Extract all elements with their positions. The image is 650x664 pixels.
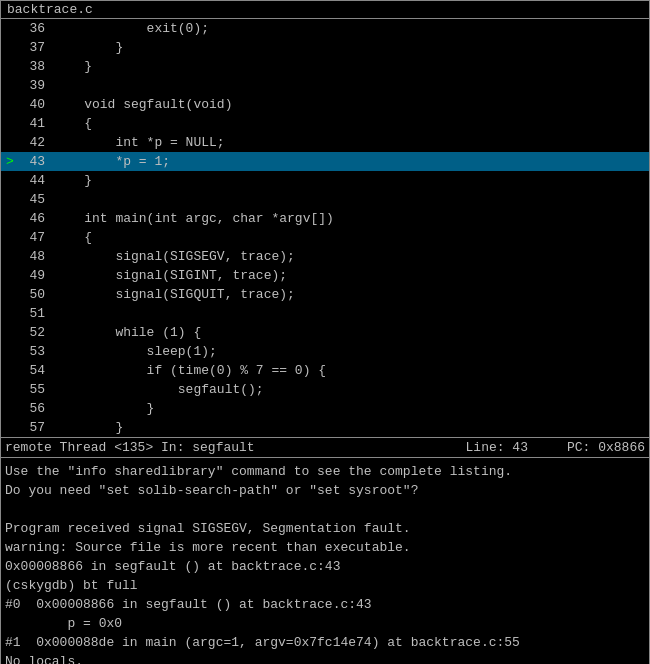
line-number: 42 — [17, 135, 53, 150]
code-panel: backtrace.c 36 exit(0);37 }38 }3940 void… — [0, 0, 650, 438]
code-line-52: 52 while (1) { — [1, 323, 649, 342]
code-line-48: 48 signal(SIGSEGV, trace); — [1, 247, 649, 266]
line-number: 51 — [17, 306, 53, 321]
line-code: void segfault(void) — [53, 97, 232, 112]
line-number: 40 — [17, 97, 53, 112]
code-line-53: 53 sleep(1); — [1, 342, 649, 361]
line-number: 46 — [17, 211, 53, 226]
code-line-37: 37 } — [1, 38, 649, 57]
line-code: { — [53, 230, 92, 245]
code-line-46: 46 int main(int argc, char *argv[]) — [1, 209, 649, 228]
line-arrow: > — [3, 154, 17, 169]
line-number: 41 — [17, 116, 53, 131]
line-code: *p = 1; — [53, 154, 170, 169]
line-number: 48 — [17, 249, 53, 264]
console-line: Do you need "set solib-search-path" or "… — [5, 483, 418, 498]
line-number: 37 — [17, 40, 53, 55]
status-bar: remote Thread <135> In: segfault Line: 4… — [0, 438, 650, 458]
code-line-38: 38 } — [1, 57, 649, 76]
code-line-49: 49 signal(SIGINT, trace); — [1, 266, 649, 285]
line-code: int *p = NULL; — [53, 135, 225, 150]
console-line: 0x00008866 in segfault () at backtrace.c… — [5, 559, 340, 574]
line-number: 45 — [17, 192, 53, 207]
console-line: Use the "info sharedlibrary" command to … — [5, 464, 512, 479]
line-code: } — [53, 401, 154, 416]
line-number: 49 — [17, 268, 53, 283]
line-number: 43 — [17, 154, 53, 169]
code-line-55: 55 segfault(); — [1, 380, 649, 399]
code-line-57: 57 } — [1, 418, 649, 437]
line-code: exit(0); — [53, 21, 209, 36]
line-code: segfault(); — [53, 382, 264, 397]
code-line-40: 40 void segfault(void) — [1, 95, 649, 114]
code-line-50: 50 signal(SIGQUIT, trace); — [1, 285, 649, 304]
code-line-36: 36 exit(0); — [1, 19, 649, 38]
code-line-41: 41 { — [1, 114, 649, 133]
line-code: { — [53, 116, 92, 131]
line-number: 52 — [17, 325, 53, 340]
line-code: signal(SIGQUIT, trace); — [53, 287, 295, 302]
line-code: } — [53, 59, 92, 74]
code-line-47: 47 { — [1, 228, 649, 247]
console-line: #0 0x00008866 in segfault () at backtrac… — [5, 597, 372, 612]
line-info: Line: 43 — [466, 440, 528, 455]
code-line-45: 45 — [1, 190, 649, 209]
line-number: 56 — [17, 401, 53, 416]
code-line-43: >43 *p = 1; — [1, 152, 649, 171]
line-number: 53 — [17, 344, 53, 359]
line-code: } — [53, 173, 92, 188]
filename-label: backtrace.c — [7, 2, 93, 17]
line-code: signal(SIGINT, trace); — [53, 268, 287, 283]
line-number: 36 — [17, 21, 53, 36]
main-window: backtrace.c 36 exit(0);37 }38 }3940 void… — [0, 0, 650, 664]
code-line-51: 51 — [1, 304, 649, 323]
code-line-39: 39 — [1, 76, 649, 95]
line-number: 55 — [17, 382, 53, 397]
line-code: if (time(0) % 7 == 0) { — [53, 363, 326, 378]
code-line-42: 42 int *p = NULL; — [1, 133, 649, 152]
code-title: backtrace.c — [1, 1, 649, 19]
pc-info: PC: 0x8866 — [567, 440, 645, 455]
thread-info: remote Thread <135> In: segfault — [5, 440, 255, 455]
line-number: 38 — [17, 59, 53, 74]
line-number: 47 — [17, 230, 53, 245]
line-code: while (1) { — [53, 325, 201, 340]
line-number: 54 — [17, 363, 53, 378]
console-line: #1 0x000088de in main (argc=1, argv=0x7f… — [5, 635, 520, 650]
console-line: warning: Source file is more recent than… — [5, 540, 411, 555]
code-line-44: 44 } — [1, 171, 649, 190]
line-code: } — [53, 40, 123, 55]
line-number: 44 — [17, 173, 53, 188]
console-line: No locals. — [5, 654, 83, 664]
line-number: 57 — [17, 420, 53, 435]
line-number: 39 — [17, 78, 53, 93]
line-code: } — [53, 420, 123, 435]
console-panel[interactable]: Use the "info sharedlibrary" command to … — [0, 458, 650, 664]
console-line: Program received signal SIGSEGV, Segment… — [5, 521, 411, 536]
console-line: (cskygdb) bt full — [5, 578, 138, 593]
line-number: 50 — [17, 287, 53, 302]
code-line-54: 54 if (time(0) % 7 == 0) { — [1, 361, 649, 380]
line-pc-info: Line: 43 PC: 0x8866 — [466, 440, 645, 455]
line-code: sleep(1); — [53, 344, 217, 359]
code-body[interactable]: 36 exit(0);37 }38 }3940 void segfault(vo… — [1, 19, 649, 437]
code-line-56: 56 } — [1, 399, 649, 418]
line-code: signal(SIGSEGV, trace); — [53, 249, 295, 264]
console-line: p = 0x0 — [5, 616, 122, 631]
line-code: int main(int argc, char *argv[]) — [53, 211, 334, 226]
